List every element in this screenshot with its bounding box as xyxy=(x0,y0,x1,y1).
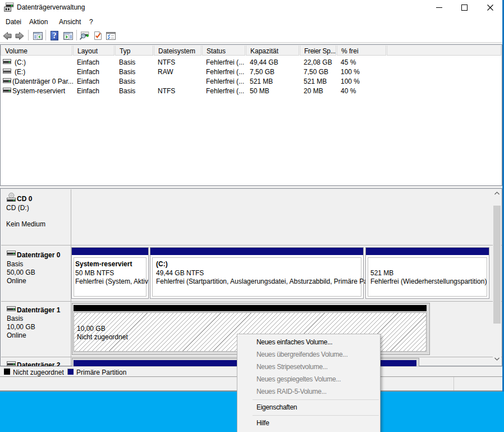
svg-text:?: ? xyxy=(53,31,57,40)
